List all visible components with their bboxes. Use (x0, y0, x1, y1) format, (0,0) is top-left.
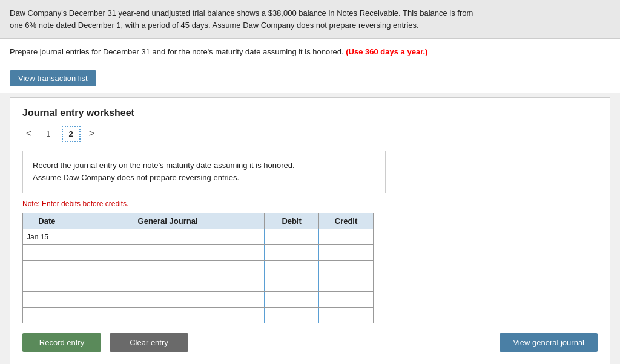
date-cell-3 (23, 261, 71, 276)
col-header-date: Date (23, 213, 71, 229)
debit-input-6[interactable] (267, 308, 316, 323)
date-cell-5 (23, 292, 71, 308)
gj-input-5[interactable] (74, 292, 262, 307)
credit-input-5[interactable] (322, 292, 371, 307)
debit-cell-4[interactable] (265, 276, 319, 292)
view-btn-row: View transaction list (0, 64, 620, 93)
view-general-journal-button[interactable]: View general journal (500, 333, 598, 352)
view-transaction-button[interactable]: View transaction list (10, 70, 96, 86)
gj-input-6[interactable] (74, 308, 262, 323)
debit-input-2[interactable] (267, 245, 316, 260)
tab-2[interactable]: 2 (62, 126, 81, 142)
table-row (23, 292, 374, 308)
journal-table: Date General Journal Debit Credit Jan 15 (22, 213, 374, 323)
credit-input-4[interactable] (322, 276, 371, 291)
gj-cell-2[interactable] (71, 245, 264, 261)
debit-input-4[interactable] (267, 276, 316, 291)
table-row: Jan 15 (23, 229, 374, 245)
col-header-debit: Debit (265, 213, 319, 229)
bottom-buttons: Record entry Clear entry View general jo… (22, 333, 598, 352)
debit-cell-5[interactable] (265, 292, 319, 308)
credit-input-6[interactable] (322, 308, 371, 323)
gj-input-1[interactable] (74, 229, 262, 244)
table-row (23, 261, 374, 276)
debit-cell-3[interactable] (265, 261, 319, 276)
credit-cell-2[interactable] (319, 245, 374, 261)
debit-cell-2[interactable] (265, 245, 319, 261)
tab-1[interactable]: 1 (40, 127, 56, 141)
prepare-bold-text: (Use 360 days a year.) (346, 47, 427, 56)
gj-cell-5[interactable] (71, 292, 264, 308)
credit-cell-3[interactable] (319, 261, 374, 276)
col-header-credit: Credit (319, 213, 374, 229)
tab-next-arrow[interactable]: > (85, 127, 98, 140)
top-description: Daw Company's December 31 year-end unadj… (0, 0, 620, 39)
table-row (23, 245, 374, 261)
debit-input-5[interactable] (267, 292, 316, 307)
tab-prev-arrow[interactable]: < (22, 127, 35, 140)
record-entry-button[interactable]: Record entry (22, 333, 101, 352)
debit-cell-1[interactable] (265, 229, 319, 245)
note-text: Note: Enter debits before credits. (22, 200, 598, 208)
gj-cell-6[interactable] (71, 308, 264, 323)
credit-cell-6[interactable] (319, 308, 374, 323)
description-line2: one 6% note dated December 1, with a per… (10, 21, 419, 30)
prepare-text-section: Prepare journal entries for December 31 … (0, 39, 620, 64)
instruction-line2: Assume Daw Company does not prepare reve… (33, 173, 239, 182)
gj-cell-1[interactable] (71, 229, 264, 245)
date-cell-1: Jan 15 (23, 229, 71, 245)
gj-input-2[interactable] (74, 245, 262, 260)
worksheet-title: Journal entry worksheet (22, 108, 598, 119)
table-row (23, 308, 374, 323)
tab-navigation: < 1 2 > (22, 126, 598, 142)
date-cell-2 (23, 245, 71, 261)
table-row (23, 276, 374, 292)
debit-cell-6[interactable] (265, 308, 319, 323)
credit-input-1[interactable] (322, 229, 371, 244)
instruction-line1: Record the journal entry on the note’s m… (33, 161, 295, 170)
credit-cell-5[interactable] (319, 292, 374, 308)
debit-input-1[interactable] (267, 229, 316, 244)
worksheet-container: Journal entry worksheet < 1 2 > Record t… (10, 97, 610, 365)
instruction-box: Record the journal entry on the note’s m… (22, 151, 386, 194)
gj-cell-4[interactable] (71, 276, 264, 292)
prepare-main-text: Prepare journal entries for December 31 … (10, 47, 346, 56)
debit-input-3[interactable] (267, 261, 316, 276)
gj-cell-3[interactable] (71, 261, 264, 276)
col-header-gj: General Journal (71, 213, 264, 229)
credit-cell-1[interactable] (319, 229, 374, 245)
clear-entry-button[interactable]: Clear entry (110, 333, 188, 352)
credit-cell-4[interactable] (319, 276, 374, 292)
credit-input-3[interactable] (322, 261, 371, 276)
credit-input-2[interactable] (322, 245, 371, 260)
date-cell-6 (23, 308, 71, 323)
description-line1: Daw Company's December 31 year-end unadj… (10, 8, 473, 18)
gj-input-3[interactable] (74, 261, 262, 276)
gj-input-4[interactable] (74, 276, 262, 291)
date-cell-4 (23, 276, 71, 292)
